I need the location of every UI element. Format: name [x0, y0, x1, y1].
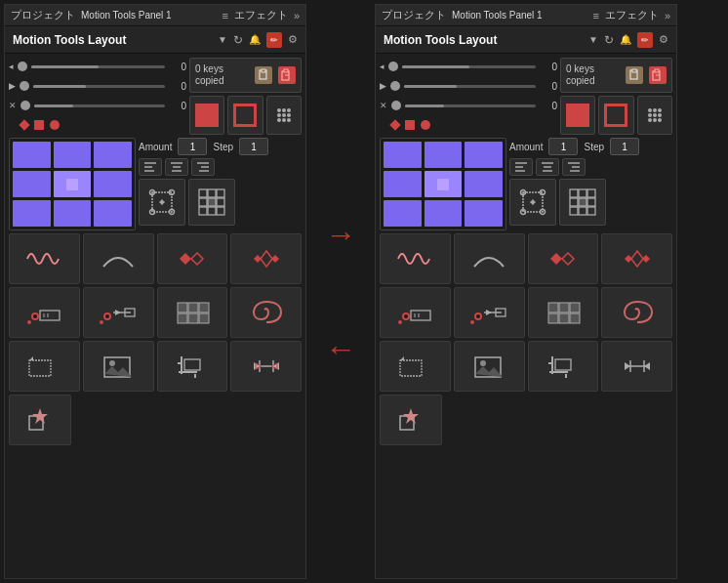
- right-red-outline-btn[interactable]: [598, 96, 633, 135]
- left-diamond-cluster-btn[interactable]: [230, 233, 302, 284]
- right-transform-btn[interactable]: [509, 179, 556, 226]
- left-align-left-btn[interactable]: [139, 158, 162, 176]
- left-pencil-btn[interactable]: ✏: [266, 32, 282, 48]
- left-spiral-btn[interactable]: [230, 287, 302, 338]
- right-keyframe-btn[interactable]: [380, 287, 451, 338]
- left-chevron-icon[interactable]: ▼: [218, 34, 227, 45]
- right-wave-btn[interactable]: [380, 233, 451, 284]
- right-tool-row-2: [380, 287, 672, 338]
- right-refresh-icon[interactable]: ↻: [604, 33, 614, 47]
- left-slider2-track[interactable]: [33, 85, 165, 88]
- right-gear-icon[interactable]: ⚙: [659, 33, 668, 46]
- right-align-left-btn[interactable]: [509, 158, 533, 176]
- svg-point-94: [653, 118, 657, 122]
- left-refresh-icon[interactable]: ↻: [233, 33, 243, 47]
- left-arc-btn[interactable]: [83, 233, 154, 284]
- left-slider1-track[interactable]: [31, 65, 165, 68]
- right-dots-btn[interactable]: [637, 96, 672, 135]
- right-amount-input[interactable]: 1: [548, 138, 578, 155]
- right-align-right-btn[interactable]: [562, 158, 586, 176]
- left-panel-title: Motion Tools Panel 1: [81, 10, 216, 21]
- right-bell-icon[interactable]: 🔔: [620, 34, 631, 45]
- left-grid2-btn[interactable]: [157, 287, 228, 338]
- left-expand-icon[interactable]: »: [294, 10, 300, 21]
- right-align-center-btn[interactable]: [536, 158, 559, 176]
- left-header: Motion Tools Layout ▼ ↻ 🔔 ✏ ⚙: [5, 26, 305, 54]
- svg-rect-61: [199, 303, 209, 312]
- left-transform-btn[interactable]: [139, 179, 185, 226]
- right-grid2-btn[interactable]: [528, 287, 599, 338]
- right-arrow-expand-btn[interactable]: [601, 341, 672, 392]
- right-arrow-btn[interactable]: [454, 287, 525, 338]
- left-slider3-track[interactable]: [34, 104, 165, 107]
- left-slider3-value: 0: [169, 101, 186, 111]
- left-cell-7: [54, 200, 92, 227]
- left-align-right-btn[interactable]: [191, 158, 215, 176]
- left-menu-icon[interactable]: ≡: [222, 10, 227, 21]
- right-menu-icon[interactable]: ≡: [592, 10, 598, 21]
- left-paste-btn2[interactable]: [278, 66, 296, 84]
- right-arc-btn[interactable]: [454, 233, 525, 284]
- left-grid-pattern-btn[interactable]: [188, 179, 235, 226]
- left-align-center-btn[interactable]: [165, 158, 188, 176]
- right-diamond-pair-btn[interactable]: [528, 233, 599, 284]
- left-header-title: Motion Tools Layout: [13, 33, 212, 47]
- right-slider1-track[interactable]: [402, 65, 536, 68]
- left-crop-btn[interactable]: [157, 341, 228, 392]
- left-wave-btn[interactable]: [9, 233, 80, 284]
- left-gear-icon[interactable]: ⚙: [288, 33, 298, 46]
- left-arrow-expand-btn[interactable]: [230, 341, 302, 392]
- left-arrow-btn[interactable]: [83, 287, 154, 338]
- left-slider3-arrow: ✕: [9, 101, 17, 110]
- left-circle: [50, 120, 60, 130]
- right-paste-btn2[interactable]: [649, 66, 667, 84]
- right-slider2-track[interactable]: [404, 85, 536, 88]
- svg-rect-35: [208, 198, 216, 206]
- right-paste-btn1[interactable]: [626, 66, 643, 84]
- right-red-fill-btn[interactable]: [560, 96, 595, 135]
- svg-point-6: [282, 108, 286, 112]
- left-red-fill-btn[interactable]: [189, 96, 224, 135]
- left-cell-4: [54, 171, 92, 197]
- left-red-outline-btn[interactable]: [227, 96, 263, 135]
- right-image-btn[interactable]: [454, 341, 525, 392]
- right-amount-step-row: Amount 1 Step 1: [509, 138, 672, 155]
- svg-rect-85: [655, 69, 659, 72]
- right-sliders-col: ◂ 0 ▶ 0: [380, 58, 557, 135]
- right-slider3-track[interactable]: [405, 104, 536, 107]
- left-keyframe-btn[interactable]: [9, 287, 80, 338]
- right-diamond-cluster-btn[interactable]: [601, 233, 672, 284]
- right-crop-dashed-btn[interactable]: [380, 341, 451, 392]
- left-small-sq-btn[interactable]: [9, 395, 71, 445]
- left-amount-input[interactable]: 1: [178, 138, 207, 155]
- right-shape-row: [380, 116, 557, 134]
- right-pencil-btn[interactable]: ✏: [637, 32, 653, 48]
- right-spiral-btn[interactable]: [601, 287, 672, 338]
- svg-rect-121: [587, 207, 595, 215]
- svg-marker-146: [400, 356, 404, 360]
- right-project-label: プロジェクト: [382, 8, 446, 22]
- right-small-sq-btn[interactable]: [380, 395, 442, 445]
- svg-rect-1: [262, 69, 265, 72]
- right-grid-pattern-btn[interactable]: [559, 179, 606, 226]
- svg-rect-37: [199, 207, 207, 215]
- right-crop-btn[interactable]: [528, 341, 599, 392]
- left-dots-btn[interactable]: [266, 96, 302, 135]
- left-slider2-dot: [20, 81, 29, 91]
- right-step-input[interactable]: 1: [610, 138, 639, 155]
- left-bell-icon[interactable]: 🔔: [249, 34, 261, 45]
- left-diamond-pair-btn[interactable]: [157, 233, 228, 284]
- right-color-icons: [560, 96, 672, 135]
- right-square: [405, 120, 415, 130]
- right-chevron-icon[interactable]: ▼: [588, 34, 598, 45]
- left-crop-dashed-btn[interactable]: [9, 341, 80, 392]
- left-paste-btn1[interactable]: [255, 66, 272, 84]
- right-expand-icon[interactable]: »: [665, 10, 670, 21]
- left-image-btn[interactable]: [83, 341, 154, 392]
- svg-point-95: [658, 118, 662, 122]
- svg-point-9: [282, 113, 286, 117]
- left-slider-2: ▶ 0: [9, 77, 186, 95]
- svg-marker-44: [271, 255, 279, 263]
- left-step-input[interactable]: 1: [239, 138, 268, 155]
- right-slider1-arrow: ◂: [380, 62, 384, 71]
